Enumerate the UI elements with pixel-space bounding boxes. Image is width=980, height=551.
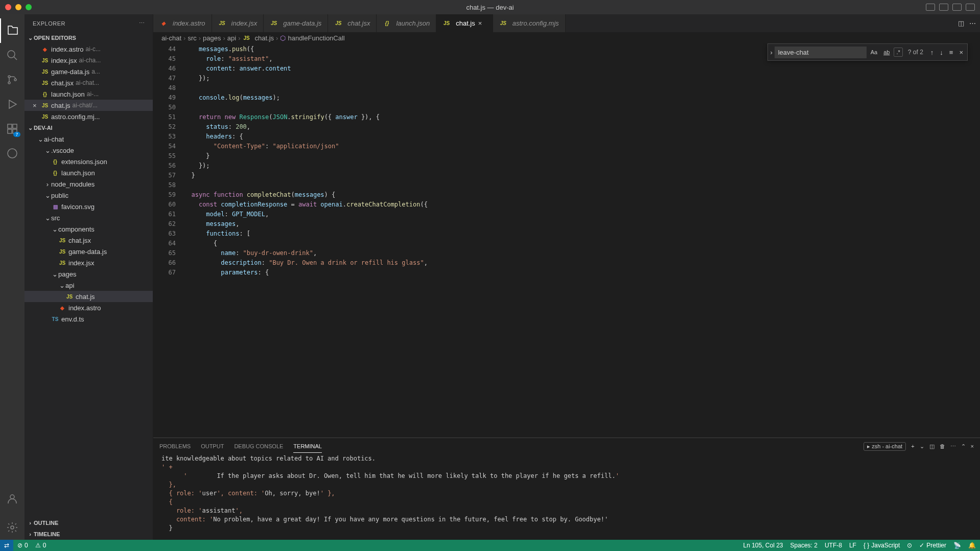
kill-terminal-icon[interactable]: 🗑 bbox=[940, 443, 945, 449]
file-item[interactable]: JSindex.jsx bbox=[25, 257, 153, 268]
indentation[interactable]: Spaces: 2 bbox=[790, 542, 818, 549]
open-editor-item[interactable]: JSindex.jsxai-cha... bbox=[25, 55, 153, 66]
tab-chat-js[interactable]: JSchat.js× bbox=[436, 14, 493, 32]
svg-point-1 bbox=[8, 76, 10, 78]
more-icon[interactable]: ⋯ bbox=[950, 443, 956, 450]
open-editor-item[interactable]: JSastro.config.mj... bbox=[25, 111, 153, 122]
tab-index-astro[interactable]: ◆index.astro bbox=[153, 14, 212, 32]
customize-layout-icon[interactable] bbox=[966, 4, 975, 11]
timeline-label: TIMELINE bbox=[34, 531, 60, 537]
tab-astro-config[interactable]: JSastro.config.mjs bbox=[493, 14, 566, 32]
tab-chat-jsx[interactable]: JSchat.jsx bbox=[328, 14, 377, 32]
explorer-icon[interactable] bbox=[0, 18, 25, 43]
prettier-status[interactable]: ✓Prettier bbox=[919, 542, 946, 549]
search-icon[interactable] bbox=[0, 43, 25, 67]
code-content[interactable]: messages.push({ role: "assistant", conte… bbox=[184, 43, 973, 438]
find-prev-icon[interactable]: ↑ bbox=[928, 48, 936, 57]
tab-game-data[interactable]: JSgame-data.js bbox=[264, 14, 328, 32]
eol[interactable]: LF bbox=[849, 542, 856, 549]
folder-item[interactable]: ⌄public bbox=[25, 190, 153, 201]
file-item[interactable]: {}extensions.json bbox=[25, 156, 153, 167]
file-item[interactable]: ▧favicon.svg bbox=[25, 201, 153, 212]
encoding[interactable]: UTF-8 bbox=[825, 542, 842, 549]
warnings-item[interactable]: ⚠0 bbox=[35, 542, 46, 549]
open-editor-item[interactable]: JSchat.jsxai-chat... bbox=[25, 77, 153, 88]
file-item[interactable]: TSenv.d.ts bbox=[25, 313, 153, 325]
find-next-icon[interactable]: ↓ bbox=[938, 48, 945, 57]
new-terminal-icon[interactable]: + bbox=[911, 443, 914, 449]
whole-word-icon[interactable]: ab bbox=[881, 48, 892, 56]
file-item[interactable]: ◆index.astro bbox=[25, 302, 153, 313]
maximize-panel-icon[interactable]: ⌃ bbox=[961, 443, 966, 450]
match-case-icon[interactable]: Aa bbox=[869, 48, 879, 56]
close-icon[interactable]: × bbox=[478, 19, 486, 27]
split-editor-icon[interactable]: ◫ bbox=[958, 19, 964, 27]
errors-item[interactable]: ⊘0 bbox=[17, 542, 28, 549]
language-mode[interactable]: { }JavaScript bbox=[864, 542, 900, 549]
close-panel-icon[interactable]: × bbox=[971, 443, 974, 449]
breadcrumb[interactable]: ai-chat› src› pages› api› JSchat.js› ⬡ h… bbox=[153, 32, 980, 43]
tab-debug-console[interactable]: DEBUG CONSOLE bbox=[234, 440, 283, 452]
cursor-position[interactable]: Ln 105, Col 23 bbox=[743, 542, 783, 549]
file-item[interactable]: {}launch.json bbox=[25, 167, 153, 178]
folder-item[interactable]: ⌄api bbox=[25, 280, 153, 291]
terminal-dropdown-icon[interactable]: ⌄ bbox=[920, 443, 924, 450]
folder-item[interactable]: ⌄ai-chat bbox=[25, 133, 153, 145]
workspace-header[interactable]: ⌄ DEV-AI bbox=[25, 122, 153, 133]
tab-terminal[interactable]: TERMINAL bbox=[293, 440, 322, 453]
terminal-picker[interactable]: ▸ zsh - ai-chat bbox=[864, 442, 906, 451]
toggle-panel-right-icon[interactable] bbox=[952, 4, 962, 11]
settings-gear-icon[interactable] bbox=[0, 515, 25, 540]
open-editors-label: OPEN EDITORS bbox=[34, 35, 76, 41]
tab-launch-json[interactable]: {}launch.json bbox=[377, 14, 436, 32]
find-selection-icon[interactable]: ≡ bbox=[947, 48, 955, 57]
tab-problems[interactable]: PROBLEMS bbox=[159, 440, 191, 452]
notifications-icon[interactable]: 🔔 bbox=[968, 542, 976, 549]
find-expand-icon[interactable]: › bbox=[770, 49, 772, 56]
open-editors-header[interactable]: ⌄ OPEN EDITORS bbox=[25, 32, 153, 43]
file-item[interactable]: JSchat.jsx bbox=[25, 235, 153, 246]
split-terminal-icon[interactable]: ◫ bbox=[929, 443, 935, 450]
editor[interactable]: 4445464748495051525354555657585960616263… bbox=[153, 43, 980, 438]
edge-tools-icon[interactable] bbox=[0, 141, 25, 166]
copilot-icon[interactable]: ⊙ bbox=[907, 542, 912, 549]
source-control-icon[interactable] bbox=[0, 67, 25, 92]
find-close-icon[interactable]: × bbox=[957, 48, 965, 57]
outline-header[interactable]: › OUTLINE bbox=[25, 517, 153, 529]
terminal-output[interactable]: ite knowledgeable about topics related t… bbox=[153, 454, 980, 540]
minimap[interactable] bbox=[973, 43, 980, 438]
feedback-icon[interactable]: 📡 bbox=[953, 542, 961, 549]
toggle-panel-left-icon[interactable] bbox=[926, 4, 935, 11]
layout-controls bbox=[926, 4, 975, 11]
open-editors-list: ◆index.astroai-c... JSindex.jsxai-cha...… bbox=[25, 43, 153, 122]
tab-index-jsx[interactable]: JSindex.jsx bbox=[212, 14, 264, 32]
folder-item[interactable]: ›node_modules bbox=[25, 178, 153, 190]
regex-icon[interactable]: .* bbox=[894, 48, 902, 57]
warning-icon: ⚠ bbox=[35, 542, 41, 549]
more-actions-icon[interactable]: ⋯ bbox=[139, 20, 145, 27]
open-editor-item[interactable]: ◆index.astroai-c... bbox=[25, 43, 153, 55]
maximize-window-icon[interactable] bbox=[26, 4, 32, 10]
tab-output[interactable]: OUTPUT bbox=[201, 440, 224, 452]
extensions-icon[interactable]: 7 bbox=[0, 117, 25, 141]
timeline-header[interactable]: › TIMELINE bbox=[25, 529, 153, 540]
folder-item[interactable]: ⌄pages bbox=[25, 268, 153, 280]
accounts-icon[interactable] bbox=[0, 487, 25, 511]
find-input[interactable] bbox=[775, 47, 867, 58]
close-icon[interactable]: × bbox=[33, 102, 41, 109]
toggle-panel-bottom-icon[interactable] bbox=[939, 4, 948, 11]
folder-item[interactable]: ⌄components bbox=[25, 223, 153, 235]
close-window-icon[interactable] bbox=[5, 4, 11, 10]
open-editor-item[interactable]: ×JSchat.jsai-chat/... bbox=[25, 100, 153, 111]
open-editor-item[interactable]: {}launch.jsonai-... bbox=[25, 88, 153, 100]
file-item[interactable]: JSchat.js bbox=[25, 291, 153, 302]
remote-indicator[interactable]: ⇄ bbox=[0, 540, 13, 551]
extensions-badge: 7 bbox=[13, 132, 20, 137]
open-editor-item[interactable]: JSgame-data.jsa... bbox=[25, 66, 153, 77]
folder-item[interactable]: ⌄src bbox=[25, 212, 153, 223]
file-item[interactable]: JSgame-data.js bbox=[25, 246, 153, 257]
minimize-window-icon[interactable] bbox=[15, 4, 21, 10]
folder-item[interactable]: ⌄.vscode bbox=[25, 145, 153, 156]
more-icon[interactable]: ⋯ bbox=[969, 19, 976, 27]
run-debug-icon[interactable] bbox=[0, 92, 25, 117]
